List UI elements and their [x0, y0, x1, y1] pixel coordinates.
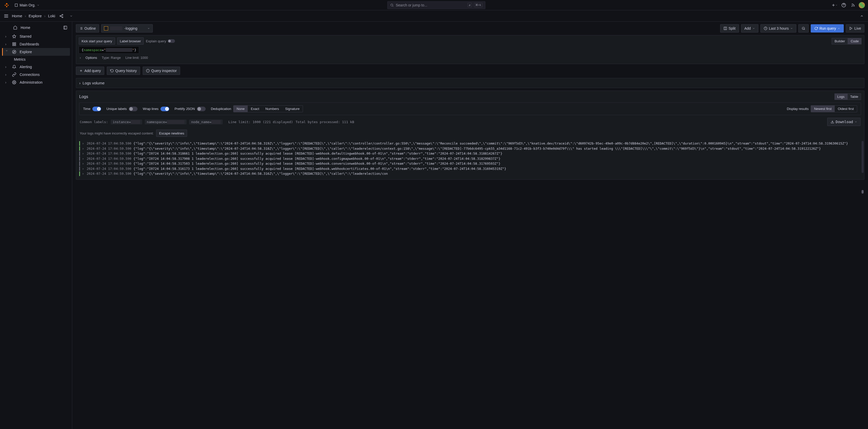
zoom-out-button[interactable] [798, 24, 809, 33]
sidebar-home[interactable]: Home [3, 24, 62, 31]
label-browser-button[interactable]: Label browser [117, 37, 144, 45]
builder-tab[interactable]: Builder [832, 38, 848, 44]
log-row[interactable]: ›2024-07-24 17:04:59.590{"log":"I0724 14… [79, 166, 861, 172]
dedup-segment: None Exact Numbers Signature [233, 105, 303, 112]
svg-rect-25 [13, 44, 14, 46]
svg-point-16 [60, 16, 61, 17]
svg-point-27 [12, 50, 16, 54]
svg-point-17 [62, 17, 63, 18]
add-icon[interactable] [831, 2, 838, 9]
query-options[interactable]: › Options Type: Range Line limit: 1000 [79, 54, 862, 62]
expand-log-icon[interactable]: › [82, 151, 85, 156]
crumb-home[interactable]: Home [12, 14, 22, 18]
chip-namespace: namespace=x [145, 120, 187, 124]
dedup-none[interactable]: None [234, 105, 248, 112]
collapse-panel-icon[interactable] [859, 13, 865, 19]
sidebar-alerting[interactable]: › Alerting [2, 63, 70, 71]
dedup-signature[interactable]: Signature [282, 105, 303, 112]
svg-point-5 [391, 4, 393, 6]
escape-newlines-button[interactable]: Escape newlines [156, 130, 187, 137]
breadcrumb-chevron-icon[interactable] [68, 12, 75, 20]
time-range-button[interactable]: Last 3 hours [761, 24, 796, 33]
avatar[interactable] [859, 2, 865, 8]
log-level-bar [79, 166, 80, 171]
log-body: {"log":"{\"severity\":\"info\",\"timesta… [133, 172, 861, 176]
explain-toggle[interactable]: Explain query [146, 39, 175, 43]
global-search[interactable]: Search or jump to... ⌀ ⌘+k [387, 1, 485, 9]
split-button[interactable]: Split [720, 24, 739, 33]
explain-toggle-switch[interactable] [168, 39, 175, 43]
datasource-picker[interactable]: x -logging [101, 24, 153, 33]
query-inspector-button[interactable]: Query inspector [143, 67, 180, 75]
run-query-button[interactable]: Run query [811, 24, 844, 33]
search-placeholder: Search or jump to... [396, 3, 427, 7]
rss-icon[interactable] [849, 2, 857, 9]
logs-tab[interactable]: Logs [834, 93, 847, 100]
log-body: {"log":"I0724 14:04:58.317503 1 leaderel… [133, 161, 861, 166]
table-tab[interactable]: Table [847, 93, 861, 100]
log-timestamp: 2024-07-24 17:04:59.590 [87, 156, 131, 161]
code-tab[interactable]: Code [848, 38, 862, 44]
sidebar-dashboards[interactable]: › Dashboards [2, 40, 70, 48]
sidebar-connections[interactable]: › Connections [2, 71, 70, 79]
expand-log-icon[interactable]: › [82, 172, 85, 176]
org-switcher[interactable]: Main Org. [12, 2, 41, 8]
logs-volume-header[interactable]: › Logs volume [76, 78, 864, 88]
svg-rect-23 [13, 42, 14, 44]
sidebar-starred[interactable]: › Starred [2, 33, 70, 40]
query-input[interactable]: {namespace="xxxxxxxx"} [79, 46, 139, 54]
oldest-first[interactable]: Oldest first [835, 105, 857, 112]
log-row[interactable]: ›2024-07-24 17:04:59.590{"log":"I0724 14… [79, 151, 861, 156]
sidebar-administration[interactable]: › Administration [2, 79, 70, 86]
live-button[interactable]: Live [846, 24, 864, 33]
dedup-exact[interactable]: Exact [248, 105, 262, 112]
expand-log-icon[interactable]: › [82, 156, 85, 161]
add-button[interactable]: Add [741, 24, 758, 33]
unique-labels-toggle[interactable] [129, 106, 137, 111]
sidebar-explore[interactable]: › Explore [2, 48, 70, 56]
crumb-datasource[interactable]: Loki [48, 14, 55, 18]
log-level-bar [79, 156, 80, 161]
logs-section: Logs Logs Table Time Unique labels Wrap … [76, 91, 864, 180]
dedup-numbers[interactable]: Numbers [262, 105, 282, 112]
menu-toggle-icon[interactable] [3, 13, 9, 19]
expand-log-icon[interactable]: › [82, 161, 85, 166]
expand-log-icon[interactable]: › [82, 141, 85, 146]
outline-button[interactable]: Outline [76, 24, 99, 33]
time-toggle[interactable] [92, 106, 101, 111]
ds-redacted: x [110, 26, 122, 30]
scrollbar[interactable] [862, 141, 864, 173]
download-button[interactable]: Download [827, 118, 861, 126]
help-icon[interactable] [840, 2, 847, 9]
loki-icon [104, 26, 108, 30]
log-row[interactable]: ›2024-07-24 17:04:59.590{"log":"{\"sever… [79, 171, 861, 176]
logs-controls: Time Unique labels Wrap lines Prettify J… [79, 102, 861, 115]
order-segment: Newest first Oldest first [811, 105, 857, 112]
search-shortcut: ⌀ [468, 3, 472, 7]
chip-node: node_name=x [189, 120, 223, 124]
svg-marker-28 [13, 51, 15, 52]
kick-start-button[interactable]: Kick start your query [79, 37, 115, 45]
expand-log-icon[interactable]: › [82, 166, 85, 171]
chevron-down-icon [752, 27, 755, 30]
log-level-bar [79, 161, 80, 166]
grafana-logo-icon[interactable] [3, 2, 10, 9]
log-row[interactable]: ›2024-07-24 17:04:59.590{"log":"I0724 14… [79, 156, 861, 161]
log-body: {"log":"{\"severity\":\"info\",\"timesta… [133, 146, 861, 151]
share-icon[interactable] [58, 12, 65, 20]
dock-icon[interactable] [62, 24, 69, 31]
svg-point-15 [62, 14, 63, 15]
expand-log-icon[interactable]: › [82, 146, 85, 151]
prettify-toggle[interactable] [197, 106, 206, 111]
log-row[interactable]: ›2024-07-24 17:04:59.590{"log":"{\"sever… [79, 146, 861, 151]
log-row[interactable]: ›2024-07-24 17:04:59.590{"log":"I0724 14… [79, 161, 861, 166]
crumb-explore[interactable]: Explore [29, 14, 42, 18]
sidebar-metrics[interactable]: Metrics [2, 56, 70, 63]
newest-first[interactable]: Newest first [811, 105, 835, 112]
log-row[interactable]: ›2024-07-24 17:04:59.590{"log":"{\"sever… [79, 141, 861, 146]
query-history-button[interactable]: Query history [107, 67, 140, 75]
log-timestamp: 2024-07-24 17:04:59.590 [87, 151, 131, 156]
add-query-button[interactable]: Add query [76, 67, 104, 75]
escape-warning: Your logs might have incorrectly escaped… [76, 128, 864, 140]
wrap-lines-toggle[interactable] [160, 106, 169, 111]
